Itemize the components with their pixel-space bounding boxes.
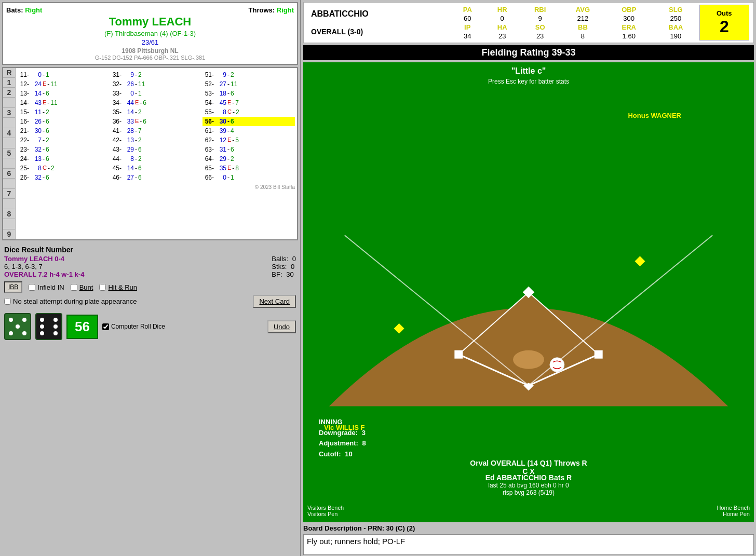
downgrade-line: Downgrade: 3 — [319, 428, 366, 439]
no-steal-checkbox[interactable]: No steal attempt during plate appearance — [4, 297, 137, 305]
list-item: 21- 30 - 6 — [18, 126, 110, 135]
bf-label: BF: — [272, 270, 282, 278]
inning-label: INNING — [319, 417, 366, 428]
dot — [53, 324, 58, 329]
avg-value: 212 — [560, 14, 606, 23]
batter-line1: Ed ABBATICCHIO Bats R — [303, 473, 754, 482]
list-item: 26- 32 - 6 — [18, 173, 110, 182]
row-1: 1 — [3, 78, 15, 88]
list-item: 35- 14 - 2 — [110, 107, 203, 117]
bunt-checkbox[interactable]: Bunt — [71, 283, 93, 291]
hit-run-input[interactable] — [99, 284, 106, 291]
svg-rect-10 — [595, 350, 603, 359]
computer-roll-checkbox[interactable] — [102, 323, 109, 330]
ibb-button[interactable]: IBB — [4, 281, 22, 293]
dot — [40, 324, 44, 329]
list-item: 31- 9 - 2 — [110, 70, 203, 79]
home-bench: Home Bench — [717, 505, 750, 511]
list-item: 32- 26 - 11 — [110, 79, 203, 89]
board-description: Board Description - PRN: 30 (C) (2) — [303, 524, 754, 532]
list-item: 45- 14 - 6 — [110, 164, 203, 173]
dice-display-row: 56 Computer Roll Dice Undo — [0, 311, 300, 342]
stks-line: Stks: 0 — [272, 263, 296, 270]
hr-header: HR — [484, 5, 520, 14]
throws-label: Throws: — [249, 6, 275, 14]
player-team: 1908 Pittsburgh NL — [6, 47, 294, 55]
row-7: 7 — [3, 189, 15, 199]
stks-value: 0 — [291, 263, 294, 270]
dot — [53, 318, 58, 322]
dice-card-area: R 1 2 3 4 5 6 7 8 9 11- 0 - 112- 24E - 1… — [2, 67, 298, 240]
slg-value: 250 — [652, 14, 699, 23]
no-steal-input[interactable] — [4, 298, 11, 305]
dot — [40, 318, 44, 322]
list-item: 66- 0 - 1 — [203, 173, 295, 182]
svg-rect-12 — [454, 350, 463, 359]
row-5: 5 — [3, 148, 15, 158]
computer-roll-label[interactable]: Computer Roll Dice — [102, 323, 165, 330]
row-r: R — [3, 68, 15, 78]
row-4: 4 — [3, 128, 15, 138]
hr-value: 0 — [484, 14, 520, 23]
list-item: 65- 35E - 8 — [203, 164, 295, 173]
list-item: 33- 0 - 1 — [110, 89, 203, 98]
throws-value: Right — [277, 6, 294, 14]
list-item: 43- 29 - 6 — [110, 145, 203, 154]
list-item: 62- 12E - 5 — [203, 135, 295, 145]
balls-value: 0 — [292, 255, 296, 263]
dice-face-2 — [35, 313, 62, 340]
little-c-text: "Little c" — [511, 66, 546, 76]
bunt-input[interactable] — [71, 284, 77, 291]
dot — [40, 331, 44, 335]
list-item: 41- 28 - 7 — [110, 126, 203, 135]
row-empty-2 — [3, 118, 15, 128]
bf-line: BF: 30 — [272, 270, 296, 278]
infield-in-checkbox[interactable]: Infield IN — [29, 283, 64, 291]
batter-line3: risp bvg 263 (5/19) — [303, 489, 754, 496]
stats-header: ABBATICCHIO PA HR RBI AVG OBP SLG Outs 2… — [303, 2, 754, 43]
dice-col-2: 31- 9 - 232- 26 - 1133- 0 - 134- 44E - 6… — [110, 70, 203, 182]
so-value: 23 — [520, 32, 560, 40]
row-empty-1 — [3, 98, 15, 108]
dice-detail: 6, 1-3, 6-3, 7 — [4, 263, 84, 270]
balls-line: Balls: 0 — [272, 255, 296, 263]
no-steal-label: No steal attempt during plate appearance — [13, 297, 137, 305]
honus-label: Honus WAGNER — [628, 112, 681, 119]
list-item: 14- 43E - 11 — [18, 98, 110, 107]
undo-button[interactable]: Undo — [267, 320, 296, 333]
baa-header: BAA — [652, 23, 699, 32]
ha-header: HA — [484, 23, 520, 32]
slg-header: SLG — [652, 5, 699, 14]
overall-label: OVERALL (3-0) — [308, 23, 451, 40]
copyright: © 2023 Bill Staffa — [18, 184, 295, 190]
list-item: 56- 30 - 6 — [203, 117, 295, 126]
visitors-bench: Visitors Bench — [307, 505, 344, 511]
next-card-button[interactable]: Next Card — [253, 295, 296, 308]
row-2: 2 — [3, 88, 15, 98]
rbi-value: 9 — [520, 14, 560, 23]
row-empty-3 — [3, 138, 15, 148]
player-name: Tommy LEACH — [6, 15, 294, 29]
list-item: 64- 29 - 2 — [203, 154, 295, 164]
list-item: 15- 11 - 2 — [18, 107, 110, 117]
downgrade-value: 3 — [362, 429, 366, 437]
hit-run-checkbox[interactable]: Hit & Run — [99, 283, 137, 291]
list-item: 22- 7 - 2 — [18, 135, 110, 145]
dot — [22, 331, 26, 335]
dice-face-1 — [4, 313, 31, 340]
computer-roll-text: Computer Roll Dice — [111, 323, 165, 330]
stats-table: ABBATICCHIO PA HR RBI AVG OBP SLG Outs 2… — [308, 5, 749, 40]
pa-value: 60 — [451, 14, 484, 23]
player-stats-line: G-152 DG-152 PA-666 OBP-.321 SLG-.381 — [6, 55, 294, 61]
dot — [9, 331, 13, 335]
stks-label: Stks: — [272, 263, 287, 270]
row-6: 6 — [3, 169, 15, 179]
so-header: SO — [520, 23, 560, 32]
infield-in-input[interactable] — [29, 284, 35, 291]
list-item: 44- 8 - 2 — [110, 154, 203, 164]
board-text: Fly out; runners hold; PO-LF — [307, 537, 405, 546]
obp-value: 300 — [605, 14, 652, 23]
stats-header-row: ABBATICCHIO PA HR RBI AVG OBP SLG Outs 2 — [308, 5, 749, 14]
adjustment-value: 8 — [362, 439, 366, 447]
row-9: 9 — [3, 229, 15, 239]
